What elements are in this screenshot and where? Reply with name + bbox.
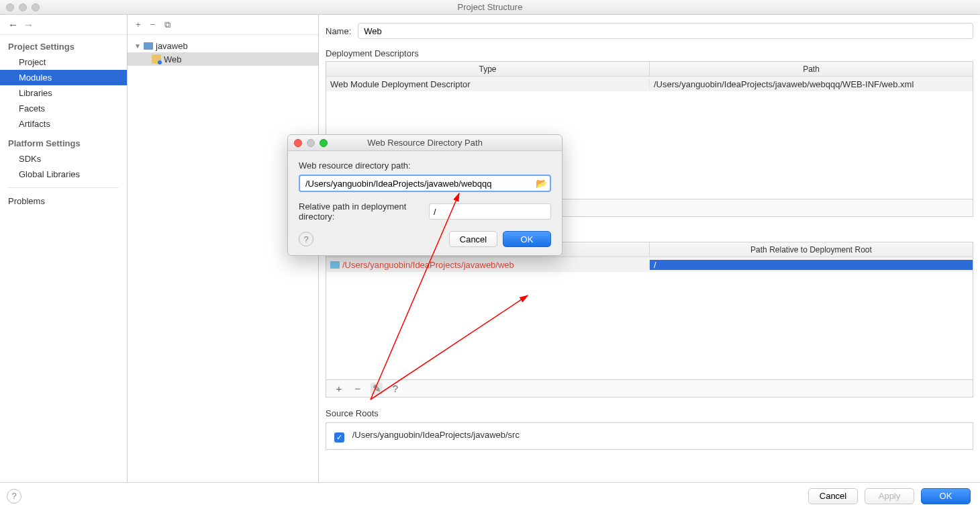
col-type: Type xyxy=(326,62,650,76)
col-path: Path xyxy=(650,62,973,76)
deployment-descriptors-header: Deployment Descriptors xyxy=(326,48,973,58)
copy-module-icon[interactable]: ⧉ xyxy=(164,19,170,30)
add-module-icon[interactable]: + xyxy=(136,19,141,30)
settings-sidebar: ← → Project Settings Project Modules Lib… xyxy=(0,15,128,482)
dialog-path-label: Web resource directory path: xyxy=(299,160,551,171)
sidebar-item-facets[interactable]: Facets xyxy=(0,101,127,116)
edit-webres-icon[interactable]: ✎ xyxy=(371,383,383,395)
browse-folder-icon[interactable]: 📂 xyxy=(536,178,547,189)
cell-type: Web Module Deployment Descriptor xyxy=(326,79,650,89)
cell-relative-path: / xyxy=(650,260,973,270)
back-arrow-icon[interactable]: ← xyxy=(8,19,18,30)
disclosure-triangle-icon[interactable]: ▼ xyxy=(134,42,141,50)
dialog-titlebar: Web Resource Directory Path xyxy=(288,135,562,151)
cancel-button[interactable]: Cancel xyxy=(808,488,858,504)
sidebar-item-global-libraries[interactable]: Global Libraries xyxy=(0,167,127,182)
sidebar-item-modules[interactable]: Modules xyxy=(0,70,127,85)
forward-arrow-icon[interactable]: → xyxy=(23,19,34,30)
window-title: Project Structure xyxy=(0,2,980,12)
sidebar-item-problems[interactable]: Problems xyxy=(0,193,127,209)
web-resource-path-dialog: Web Resource Directory Path Web resource… xyxy=(287,134,562,256)
web-facet-icon xyxy=(152,54,161,64)
remove-module-icon[interactable]: − xyxy=(150,19,156,30)
facet-name-input[interactable] xyxy=(358,23,973,39)
dialog-ok-button[interactable]: OK xyxy=(503,231,551,247)
apply-button[interactable]: Apply xyxy=(865,488,914,504)
sidebar-item-artifacts[interactable]: Artifacts xyxy=(0,116,127,132)
help-icon[interactable]: ? xyxy=(7,489,21,504)
sidebar-item-libraries[interactable]: Libraries xyxy=(0,85,127,101)
folder-icon xyxy=(330,261,340,269)
folder-icon xyxy=(144,42,153,50)
sidebar-section-platform-settings: Platform Settings xyxy=(0,132,127,151)
name-label: Name: xyxy=(326,26,351,36)
dialog-relative-label: Relative path in deployment directory: xyxy=(299,201,424,222)
ok-button[interactable]: OK xyxy=(921,488,971,504)
deployment-descriptor-row[interactable]: Web Module Deployment Descriptor /Users/… xyxy=(326,77,973,91)
web-resource-toolbar: + − ✎ ? xyxy=(326,380,973,398)
help-webres-icon[interactable]: ? xyxy=(389,383,401,394)
source-roots-header: Source Roots xyxy=(326,408,973,418)
remove-webres-icon[interactable]: − xyxy=(352,383,364,394)
sidebar-navbar: ← → xyxy=(0,15,127,35)
cell-path: /Users/yanguobin/IdeaProjects/javaweb/we… xyxy=(650,79,973,89)
sidebar-item-project[interactable]: Project xyxy=(0,54,127,70)
sidebar-separator xyxy=(8,187,119,188)
col-relative-path: Path Relative to Deployment Root xyxy=(650,242,973,257)
window-titlebar: Project Structure xyxy=(0,0,980,15)
source-root-checkbox[interactable]: ✓ xyxy=(334,432,344,443)
relative-path-input[interactable] xyxy=(429,203,551,220)
dialog-help-icon[interactable]: ? xyxy=(299,232,313,246)
sidebar-item-sdks[interactable]: SDKs xyxy=(0,151,127,167)
tree-node-label: Web xyxy=(164,54,182,64)
dialog-cancel-button[interactable]: Cancel xyxy=(449,231,497,247)
web-resource-row[interactable]: /Users/yanguobin/IdeaProjects/javaweb/we… xyxy=(326,257,973,272)
dialog-footer: ? Cancel Apply OK xyxy=(0,482,980,509)
source-roots-box: ✓ /Users/yanguobin/IdeaProjects/javaweb/… xyxy=(326,422,973,450)
tree-node-web[interactable]: Web xyxy=(128,52,318,66)
dialog-title: Web Resource Directory Path xyxy=(288,138,562,148)
sidebar-section-project-settings: Project Settings xyxy=(0,35,127,54)
add-webres-icon[interactable]: + xyxy=(333,383,345,394)
module-toolbar: + − ⧉ xyxy=(128,15,318,35)
tree-node-label: javaweb xyxy=(156,41,188,51)
web-resource-table: Web Resource Directory Path Relative to … xyxy=(326,242,973,380)
module-tree: ▼ javaweb Web xyxy=(128,35,318,70)
cell-web-resource-dir: /Users/yanguobin/IdeaProjects/javaweb/we… xyxy=(326,260,650,270)
directory-path-input[interactable] xyxy=(299,175,551,192)
tree-node-javaweb[interactable]: ▼ javaweb xyxy=(128,39,318,52)
source-root-path: /Users/yanguobin/IdeaProjects/javaweb/sr… xyxy=(352,430,520,440)
